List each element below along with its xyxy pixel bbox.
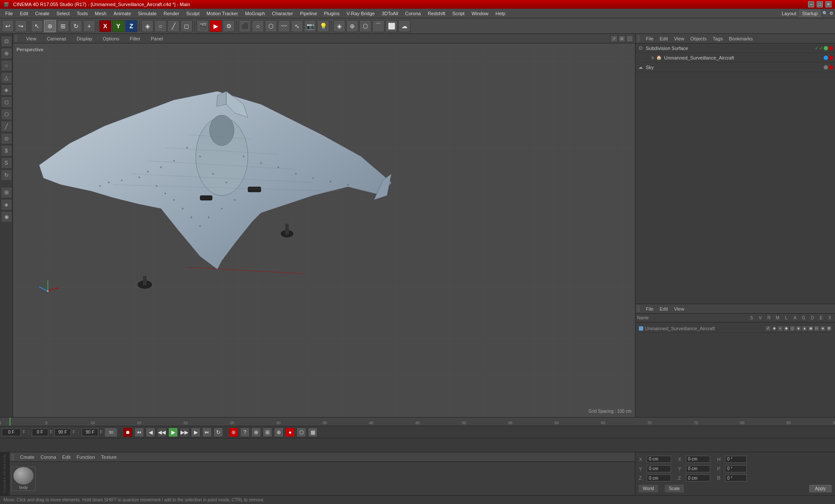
viewport-tab-options[interactable]: Options	[99, 35, 123, 42]
attr-icon-11[interactable]: ⊠	[826, 326, 832, 331]
left-tool-8[interactable]: ╱	[1, 121, 12, 132]
left-tool-9[interactable]: ⊙	[1, 133, 12, 144]
left-tool-1[interactable]: ⊡	[1, 36, 12, 47]
array-btn[interactable]: ⬡	[359, 20, 371, 32]
boole-btn[interactable]: ⊕	[346, 20, 358, 32]
timeline-ruler-bar[interactable]: 051015202530354045505560657075808590	[0, 418, 835, 426]
om-menu-bookmarks[interactable]: Bookmarks	[727, 35, 755, 42]
coord-world-btn[interactable]: World	[639, 485, 658, 492]
coord-z-pos-input[interactable]	[647, 474, 671, 481]
menu-tools[interactable]: Tools	[73, 10, 91, 17]
attr-icon-6[interactable]: ◈	[796, 326, 801, 331]
coord-x-pos-input[interactable]	[647, 456, 671, 463]
attr-menu-edit[interactable]: Edit	[658, 305, 670, 312]
tc-extra-6[interactable]: ●	[285, 428, 295, 437]
viewport-layout-btn[interactable]: ⊞	[618, 35, 625, 42]
redo-btn[interactable]: ↪	[15, 20, 27, 32]
menu-plugins[interactable]: Plugins	[321, 10, 343, 17]
viewport[interactable]: Perspective	[13, 43, 635, 417]
menu-render[interactable]: Render	[160, 10, 183, 17]
close-btn[interactable]: ✕	[825, 1, 832, 7]
viewport-fullscreen-btn[interactable]: ⬚	[626, 35, 633, 42]
prev-key-btn[interactable]: ⏮	[134, 428, 144, 437]
attr-icon-4[interactable]: ◆	[784, 326, 789, 331]
move-tool-btn[interactable]: ⊕	[44, 20, 56, 32]
om-menu-edit[interactable]: Edit	[658, 35, 670, 42]
sphere-primitive-btn[interactable]: ○	[252, 20, 264, 32]
om-menu-objects[interactable]: Objects	[688, 35, 708, 42]
attr-icon-8[interactable]: ◉	[808, 326, 813, 331]
transform-btn[interactable]: +	[83, 20, 95, 32]
viewport-expand-btn[interactable]: ↗	[611, 35, 618, 42]
mat-menu-function[interactable]: Function	[75, 454, 97, 461]
attr-icon-5[interactable]: ◇	[790, 326, 795, 331]
spline-btn[interactable]: ∿	[291, 20, 303, 32]
undo-btn[interactable]: ↩	[2, 20, 14, 32]
attr-icon-1[interactable]: ✓	[765, 326, 771, 331]
menu-simulate[interactable]: Simulate	[134, 10, 160, 17]
object-mode-btn[interactable]: ◈	[141, 20, 154, 32]
edge-mode-btn[interactable]: ╱	[167, 20, 180, 32]
end-frame-input[interactable]	[54, 428, 71, 436]
attr-icon-10[interactable]: ◈	[820, 326, 825, 331]
attr-icon-3[interactable]: ▪	[778, 326, 783, 331]
loop-btn[interactable]: ↻	[214, 428, 223, 437]
fps-btn[interactable]: 30	[104, 428, 117, 437]
menu-edit[interactable]: Edit	[17, 10, 32, 17]
coord-apply-btn[interactable]: Apply	[809, 485, 832, 492]
mat-menu-create[interactable]: Create	[18, 454, 36, 461]
cylinder-btn[interactable]: ⬡	[265, 20, 277, 32]
y-axis-btn[interactable]: Y	[112, 20, 124, 32]
point-mode-btn[interactable]: ○	[154, 20, 167, 32]
menu-sculpt[interactable]: Sculpt	[183, 10, 203, 17]
coord-b-input[interactable]	[725, 474, 747, 481]
render-preview-btn[interactable]: 🎬	[197, 20, 209, 32]
minimize-btn[interactable]: ─	[808, 1, 814, 7]
menu-vray[interactable]: V-Ray Bridge	[343, 10, 378, 17]
coord-y-pos-input[interactable]	[647, 465, 671, 472]
menu-select[interactable]: Select	[53, 10, 73, 17]
left-tool-2[interactable]: ⊕	[1, 48, 12, 59]
menu-motion-tracker[interactable]: Motion Tracker	[203, 10, 242, 17]
next-frame-btn[interactable]: ▶	[191, 428, 200, 437]
menu-file[interactable]: File	[2, 10, 17, 17]
prev-frame-btn[interactable]: ◀	[146, 428, 155, 437]
material-swatch-body[interactable]: body	[11, 467, 36, 491]
left-tool-6[interactable]: ◻	[1, 96, 12, 108]
cube-primitive-btn[interactable]: ⬛	[239, 20, 251, 32]
subdivision-btn[interactable]: ◈	[333, 20, 345, 32]
start-frame-input[interactable]	[32, 428, 48, 436]
tc-extra-5[interactable]: ⊕	[274, 428, 284, 437]
coord-y-rot-input[interactable]	[686, 465, 710, 472]
coord-x-rot-input[interactable]	[686, 456, 710, 463]
left-tool-7[interactable]: ⬡	[1, 109, 12, 120]
object-row-sky[interactable]: ☁ Sky	[635, 63, 835, 72]
x-axis-btn[interactable]: X	[99, 20, 111, 32]
coord-p-input[interactable]	[725, 465, 747, 472]
tc-extra-7[interactable]: ⬡	[297, 428, 306, 437]
left-tool-11[interactable]: S	[1, 157, 12, 169]
attr-row-aircraft[interactable]: Unmanned_Surveillance_Aircraft ✓ ◉ ▪ ◆ ◇…	[637, 324, 833, 333]
layout-settings-icon[interactable]: ⚙	[829, 11, 833, 16]
menu-corona[interactable]: Corona	[402, 10, 424, 17]
object-row-subdivision[interactable]: ⊡ Subdivision Surface ✓ ✓	[635, 43, 835, 53]
menu-pipeline[interactable]: Pipeline	[297, 10, 321, 17]
om-menu-file[interactable]: File	[644, 35, 655, 42]
rotate-tool-btn[interactable]: ↻	[70, 20, 82, 32]
coord-z-rot-input[interactable]	[686, 474, 710, 481]
left-tool-4[interactable]: △	[1, 72, 12, 83]
play-fast-btn[interactable]: ▶▶	[180, 428, 189, 437]
menu-mograph[interactable]: MoGraph	[241, 10, 268, 17]
scale-tool-btn[interactable]: ⊞	[57, 20, 69, 32]
menu-redshift[interactable]: Redshift	[424, 10, 449, 17]
left-tool-3[interactable]: ○	[1, 60, 12, 71]
viewport-tab-filter[interactable]: Filter	[126, 35, 144, 42]
play-backward-btn[interactable]: ◀◀	[157, 428, 167, 437]
attr-icon-9[interactable]: ▷	[814, 326, 819, 331]
attr-menu-view[interactable]: View	[672, 305, 686, 312]
coord-h-input[interactable]	[725, 456, 747, 463]
menu-help[interactable]: Help	[492, 10, 509, 17]
preview-end-input[interactable]	[82, 428, 98, 436]
menu-animate[interactable]: Animate	[110, 10, 134, 17]
z-axis-btn[interactable]: Z	[125, 20, 137, 32]
